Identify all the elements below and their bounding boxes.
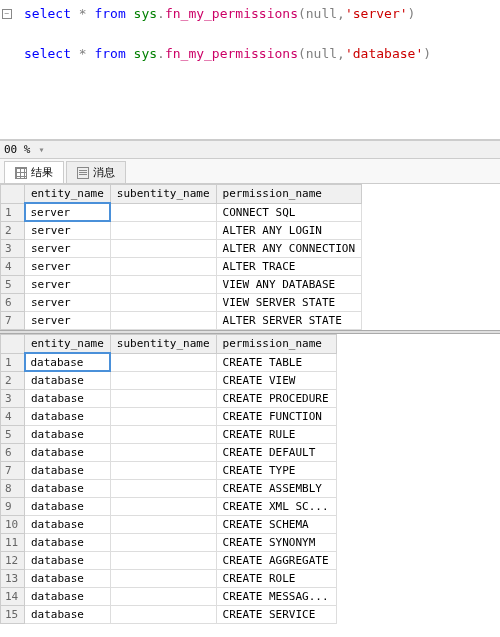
cell-entity[interactable]: server [25, 221, 111, 240]
table-row[interactable]: 5serverVIEW ANY DATABASE [1, 276, 362, 294]
cell-subentity[interactable] [110, 606, 216, 624]
row-number[interactable]: 12 [1, 552, 25, 570]
cell-subentity[interactable] [110, 294, 216, 312]
tab-results[interactable]: 结果 [4, 161, 64, 183]
col-permission[interactable]: permission_name [216, 335, 336, 354]
row-number[interactable]: 4 [1, 408, 25, 426]
col-permission[interactable]: permission_name [216, 185, 361, 204]
cell-permission[interactable]: CREATE PROCEDURE [216, 390, 336, 408]
results-grid-2[interactable]: entity_name subentity_name permission_na… [0, 334, 500, 624]
cell-subentity[interactable] [110, 588, 216, 606]
table-row[interactable]: 12databaseCREATE AGGREGATE [1, 552, 337, 570]
cell-permission[interactable]: CREATE VIEW [216, 371, 336, 390]
cell-entity[interactable]: database [25, 426, 111, 444]
table-row[interactable]: 7serverALTER SERVER STATE [1, 312, 362, 330]
table-row[interactable]: 3serverALTER ANY CONNECTION [1, 240, 362, 258]
cell-entity[interactable]: database [25, 353, 111, 371]
cell-permission[interactable]: VIEW SERVER STATE [216, 294, 361, 312]
row-number[interactable]: 9 [1, 498, 25, 516]
row-number[interactable]: 6 [1, 444, 25, 462]
table-row[interactable]: 15databaseCREATE SERVICE [1, 606, 337, 624]
cell-entity[interactable]: server [25, 258, 111, 276]
cell-permission[interactable]: CREATE SCHEMA [216, 516, 336, 534]
table-row[interactable]: 4serverALTER TRACE [1, 258, 362, 276]
table-row[interactable]: 10databaseCREATE SCHEMA [1, 516, 337, 534]
table-row[interactable]: 6serverVIEW SERVER STATE [1, 294, 362, 312]
cell-subentity[interactable] [110, 462, 216, 480]
row-number[interactable]: 10 [1, 516, 25, 534]
table-row[interactable]: 4databaseCREATE FUNCTION [1, 408, 337, 426]
results-grid-1[interactable]: entity_name subentity_name permission_na… [0, 184, 500, 330]
cell-permission[interactable]: VIEW ANY DATABASE [216, 276, 361, 294]
cell-subentity[interactable] [110, 240, 216, 258]
row-number[interactable]: 5 [1, 276, 25, 294]
cell-subentity[interactable] [110, 258, 216, 276]
row-number[interactable]: 6 [1, 294, 25, 312]
cell-permission[interactable]: CREATE AGGREGATE [216, 552, 336, 570]
row-number[interactable]: 1 [1, 203, 25, 221]
cell-entity[interactable]: server [25, 203, 111, 221]
cell-subentity[interactable] [110, 570, 216, 588]
cell-entity[interactable]: database [25, 534, 111, 552]
cell-permission[interactable]: CREATE ASSEMBLY [216, 480, 336, 498]
row-number[interactable]: 7 [1, 462, 25, 480]
cell-subentity[interactable] [110, 203, 216, 221]
table-row[interactable]: 9databaseCREATE XML SC... [1, 498, 337, 516]
cell-permission[interactable]: ALTER ANY LOGIN [216, 221, 361, 240]
cell-entity[interactable]: server [25, 276, 111, 294]
cell-permission[interactable]: ALTER TRACE [216, 258, 361, 276]
row-number[interactable]: 2 [1, 371, 25, 390]
cell-entity[interactable]: database [25, 371, 111, 390]
cell-entity[interactable]: database [25, 516, 111, 534]
col-subentity[interactable]: subentity_name [110, 335, 216, 354]
cell-subentity[interactable] [110, 371, 216, 390]
table-row[interactable]: 8databaseCREATE ASSEMBLY [1, 480, 337, 498]
row-number[interactable]: 3 [1, 240, 25, 258]
table-row[interactable]: 11databaseCREATE SYNONYM [1, 534, 337, 552]
row-number[interactable]: 11 [1, 534, 25, 552]
row-number[interactable]: 3 [1, 390, 25, 408]
cell-permission[interactable]: CREATE RULE [216, 426, 336, 444]
col-entity[interactable]: entity_name [25, 335, 111, 354]
code-line-1[interactable]: select * from sys.fn_my_permissions(null… [24, 4, 492, 24]
row-number[interactable]: 8 [1, 480, 25, 498]
table-row[interactable]: 14databaseCREATE MESSAG... [1, 588, 337, 606]
tab-messages[interactable]: 消息 [66, 161, 126, 183]
cell-subentity[interactable] [110, 516, 216, 534]
cell-subentity[interactable] [110, 221, 216, 240]
table-row[interactable]: 1databaseCREATE TABLE [1, 353, 337, 371]
cell-subentity[interactable] [110, 426, 216, 444]
chevron-down-icon[interactable]: ▾ [39, 144, 45, 155]
cell-entity[interactable]: database [25, 408, 111, 426]
table-row[interactable]: 5databaseCREATE RULE [1, 426, 337, 444]
cell-subentity[interactable] [110, 353, 216, 371]
row-number[interactable]: 15 [1, 606, 25, 624]
table-row[interactable]: 13databaseCREATE ROLE [1, 570, 337, 588]
cell-permission[interactable]: ALTER SERVER STATE [216, 312, 361, 330]
cell-entity[interactable]: database [25, 444, 111, 462]
row-number[interactable]: 13 [1, 570, 25, 588]
col-subentity[interactable]: subentity_name [110, 185, 216, 204]
cell-subentity[interactable] [110, 276, 216, 294]
cell-permission[interactable]: CREATE FUNCTION [216, 408, 336, 426]
table-row[interactable]: 7databaseCREATE TYPE [1, 462, 337, 480]
cell-permission[interactable]: CREATE DEFAULT [216, 444, 336, 462]
cell-entity[interactable]: server [25, 294, 111, 312]
cell-entity[interactable]: database [25, 462, 111, 480]
cell-permission[interactable]: ALTER ANY CONNECTION [216, 240, 361, 258]
cell-subentity[interactable] [110, 390, 216, 408]
row-number[interactable]: 2 [1, 221, 25, 240]
cell-entity[interactable]: database [25, 570, 111, 588]
col-entity[interactable]: entity_name [25, 185, 111, 204]
cell-subentity[interactable] [110, 534, 216, 552]
cell-permission[interactable]: CREATE SERVICE [216, 606, 336, 624]
row-number[interactable]: 5 [1, 426, 25, 444]
cell-subentity[interactable] [110, 408, 216, 426]
cell-subentity[interactable] [110, 480, 216, 498]
fold-button-1[interactable]: − [2, 9, 12, 19]
sql-editor[interactable]: − select * from sys.fn_my_permissions(nu… [0, 0, 500, 140]
table-row[interactable]: 6databaseCREATE DEFAULT [1, 444, 337, 462]
table-row[interactable]: 2databaseCREATE VIEW [1, 371, 337, 390]
cell-permission[interactable]: CREATE SYNONYM [216, 534, 336, 552]
row-number[interactable]: 14 [1, 588, 25, 606]
